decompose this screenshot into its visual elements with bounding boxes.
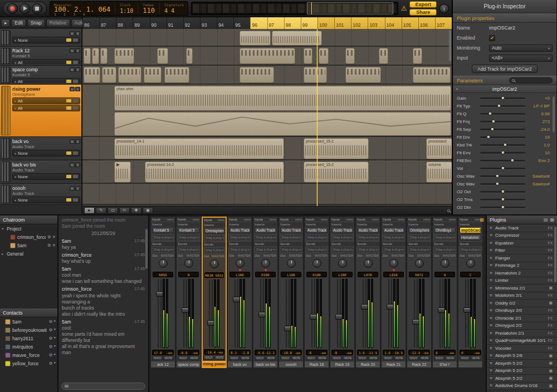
audio-clip[interactable] — [114, 161, 131, 183]
mute-button[interactable]: M — [70, 139, 75, 144]
none-tab[interactable]: none — [346, 218, 353, 221]
zoom-controls[interactable] — [447, 209, 450, 212]
automation-clip[interactable] — [114, 112, 451, 136]
insert-slot[interactable]: Kontakt 5 — [178, 227, 199, 233]
empty-send-slot[interactable]: Drag a plug-in — [204, 247, 224, 253]
track-header[interactable]: MS▾None — [0, 29, 81, 47]
input-selector[interactable]: ▾All — [12, 105, 80, 111]
solo-button[interactable]: SOLO — [408, 356, 419, 360]
plugin-list-item[interactable]: Flanger FX — [487, 254, 557, 262]
contact-item[interactable]: harry2611 ⚙ ● — [0, 334, 57, 342]
insert-slot[interactable]: Kontakt 5 — [152, 227, 174, 233]
parameter-row[interactable]: Flt Frq 273 — [457, 117, 550, 125]
ruler-bar[interactable]: 105 — [402, 17, 418, 29]
empty-send-slot[interactable]: Drag a plug-in — [229, 247, 251, 253]
volume-fader[interactable] — [414, 279, 418, 348]
solo-button[interactable]: SOLO — [331, 356, 342, 360]
mute-button[interactable]: M — [70, 163, 75, 167]
mixer-strip[interactable]: InputsnoneInsertsAudio TrackDrag a plug-… — [304, 217, 329, 368]
mute-button[interactable]: M — [70, 67, 75, 72]
parameter-row[interactable]: O2 Dtn — [457, 203, 550, 211]
slider-knob[interactable] — [495, 174, 499, 178]
out-bus[interactable]: MASTER — [238, 254, 251, 257]
inputs-tab[interactable]: Inputs — [280, 218, 289, 221]
none-tab[interactable]: none — [270, 218, 276, 221]
record-button[interactable] — [7, 3, 18, 14]
empty-send-slot[interactable]: Drag a plug-in — [280, 247, 302, 253]
mute-button[interactable]: M — [70, 186, 75, 190]
gain-display[interactable]: 0-oo — [460, 350, 481, 355]
solo-button[interactable]: S — [75, 139, 80, 144]
volume-fader[interactable] — [465, 279, 469, 348]
parameter-slider[interactable] — [480, 160, 525, 161]
plugin-list-item[interactable]: Vocoder FX — [487, 345, 557, 352]
track-header[interactable]: space compMSKontakt 5▾All — [0, 66, 81, 85]
ruler-bar[interactable]: 103 — [368, 17, 384, 29]
chat-tree-item[interactable]: 5am ⚙ ✕ — [0, 241, 57, 249]
strip-track-name[interactable]: rising power — [203, 360, 226, 367]
plugin-list-item[interactable]: Ohmygod 2/2 FX — [487, 322, 557, 330]
solo-button[interactable]: SOLO — [152, 356, 163, 360]
close-icon[interactable]: ✕ — [52, 243, 56, 248]
track-header[interactable]: Rack 12MSKontakt 5▾All — [0, 47, 81, 66]
enabled-checkbox[interactable]: ✔ — [489, 35, 495, 41]
parameter-row[interactable]: Flt Sep -24.0 — [457, 125, 550, 133]
slider-knob[interactable] — [501, 190, 505, 194]
pan-knob[interactable] — [338, 259, 347, 268]
midi-clip[interactable] — [144, 67, 162, 83]
parameter-slider[interactable] — [480, 168, 525, 169]
slider-knob[interactable] — [495, 182, 499, 186]
gain-display[interactable]: -8-oo — [306, 350, 328, 355]
midi-clip[interactable] — [345, 48, 355, 64]
empty-insert-slot[interactable]: Drag a plug-in — [331, 234, 353, 241]
close-icon[interactable]: ✕ — [52, 234, 56, 239]
plugin-list-item[interactable]: Limiter FX — [487, 277, 557, 285]
snap-button[interactable]: Snap — [27, 19, 45, 27]
none-tab[interactable]: none — [372, 218, 379, 221]
midi-clip[interactable] — [186, 48, 193, 64]
strip-track-name[interactable]: Rack 18 — [305, 361, 329, 367]
slider-knob[interactable] — [492, 120, 496, 124]
audio-clip[interactable] — [272, 31, 322, 46]
volume-fader[interactable] — [337, 279, 341, 348]
pan-display[interactable]: L070 — [358, 272, 378, 277]
none-tab[interactable]: none — [218, 218, 224, 222]
plugin-list-item[interactable]: Frohmage 2 FX — [487, 262, 557, 270]
ruler-bar[interactable]: 93 — [200, 17, 217, 29]
plugin-list-item[interactable]: OhmBoyz 2/0 FX — [487, 307, 557, 315]
slider-knob[interactable] — [486, 135, 490, 139]
gear-icon[interactable]: ⚙ — [49, 327, 53, 332]
inputs-tab[interactable]: Inputs — [434, 218, 442, 221]
device-header[interactable]: ▾ impOSCar2 — [453, 85, 556, 93]
plugin-list-item[interactable]: Filter FX — [487, 247, 557, 255]
signature-value[interactable]: 4 4 — [164, 8, 184, 14]
mute-button[interactable]: MUTE — [266, 356, 276, 360]
plugin-list-item[interactable]: Mobilohm 2/1 FX — [487, 292, 557, 300]
insert-slot[interactable]: Audio Track — [280, 227, 302, 233]
plugin-list-item[interactable]: Minimonsta 2/1 ▦ — [487, 285, 557, 292]
pan-display[interactable]: R100 — [306, 272, 327, 277]
parameter-slider[interactable] — [480, 175, 525, 177]
ruler-bar[interactable]: 97 — [267, 17, 284, 29]
plugin-list-item[interactable]: QuadFrohmageMulti 10/10 FX — [487, 337, 557, 345]
ruler-bar[interactable]: 88 — [116, 17, 133, 29]
midi-clip[interactable] — [304, 67, 327, 83]
properties-section-header[interactable]: Plugin properties — [453, 13, 556, 23]
insert-slot[interactable]: Audio Track — [331, 227, 353, 233]
gear-icon[interactable]: ⚙ — [47, 234, 51, 239]
insert-slot[interactable]: impOSCar2 — [460, 227, 481, 233]
parameter-slider[interactable] — [480, 136, 525, 138]
gain-display[interactable]: 1.6-11.5 — [357, 350, 379, 355]
audio-clip[interactable]: processed_15-2 — [304, 161, 369, 183]
slider-knob[interactable] — [501, 205, 505, 209]
gear-icon[interactable]: ⚙ — [47, 243, 51, 248]
input-selector[interactable]: ▾All — [12, 97, 80, 104]
empty-insert-slot[interactable]: Drag a plug-in — [255, 234, 276, 241]
mute-button[interactable]: MUTE — [445, 356, 456, 360]
ruler-bar[interactable]: 102 — [351, 17, 368, 29]
inputs-tab[interactable]: Inputs — [204, 218, 212, 222]
ruler-bar[interactable]: 92 — [183, 17, 200, 29]
slider-knob[interactable] — [503, 143, 507, 147]
midi-clip[interactable] — [157, 48, 168, 64]
parameter-slider[interactable] — [480, 105, 525, 107]
